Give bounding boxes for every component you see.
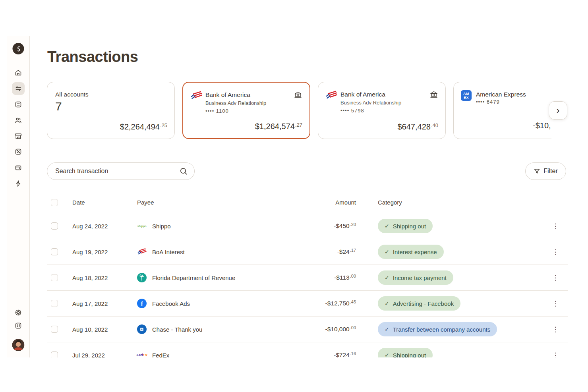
category-pill[interactable]: ✓Shipping out [378,348,433,357]
row-menu-button[interactable]: ⋮ [551,248,560,256]
row-menu-button[interactable]: ⋮ [551,299,560,308]
search-icon [180,167,188,176]
table-row: Aug 24, 2022 shippo Shippo -$450.20 ✓Shi… [47,213,568,239]
sidebar-divider [7,335,29,335]
column-header-amount: Amount [284,199,356,206]
sidebar-item-automations[interactable] [12,177,25,190]
american-express-logo: AMEX [461,90,472,101]
bank-of-america-logo [190,91,202,101]
category-pill[interactable]: ✓Transfer between company accounts [378,322,497,336]
sidebar-item-home[interactable] [12,66,25,79]
facebook-logo: f [137,299,147,308]
check-icon: ✓ [385,223,389,229]
account-card-all-accounts[interactable]: All accounts 7 $2,264,494.25 [47,82,175,139]
table-row: Aug 19, 2022 BoA Interest -$24.17 ✓Inter… [47,239,568,265]
account-card-boa-5798[interactable]: Bank of America Business Adv Relationshi… [318,82,446,139]
filter-button[interactable]: Filter [525,162,566,180]
card-balance: $2,264,494.25 [120,122,167,131]
shippo-logo: shippo [137,221,147,231]
table-row: Aug 10, 2022 Chase - Thank you -$10,000.… [47,317,568,342]
table-row: Aug 18, 2022 Florida Department of Reven… [47,265,568,291]
column-header-date: Date [72,199,85,206]
row-menu-button[interactable]: ⋮ [551,274,560,282]
account-mask: •••• 5798 [340,108,364,114]
row-checkbox[interactable] [51,274,58,281]
sidebar-item-preferences[interactable] [12,319,25,332]
row-checkbox[interactable] [51,248,58,255]
payee-name: Florida Department of Revenue [152,274,235,281]
app-window: Transactions All accounts 7 $2,264,494.2… [0,0,588,392]
account-card-amex-6479[interactable]: AMEX American Express •••• 6479 -$10, [453,82,551,139]
sidebar-item-invoices[interactable] [12,98,25,111]
user-avatar[interactable] [12,339,25,351]
category-label: Shipping out [393,352,426,358]
payee-name: FedEx [152,352,169,358]
account-card-boa-1100[interactable]: Bank of America Business Adv Relationshi… [182,82,310,139]
cards-next-button[interactable]: › [549,101,567,120]
florida-revenue-logo [137,273,147,282]
bolt-icon [14,180,22,187]
card-label: All accounts [55,91,89,98]
bank-name: Bank of America [340,91,385,98]
sidebar-item-percent[interactable] [12,145,25,158]
invoice-icon [14,100,22,108]
row-menu-button[interactable]: ⋮ [551,222,560,230]
check-icon: ✓ [385,352,389,357]
people-icon [14,116,22,124]
card-balance: $647,428.40 [398,122,439,131]
column-header-payee: Payee [137,199,154,206]
wallet-icon [14,164,22,172]
account-count: 7 [55,100,62,113]
card-balance: -$10, [533,121,551,130]
column-header-category: Category [378,199,402,206]
transaction-date: Aug 19, 2022 [72,249,108,255]
sidebar-item-transactions[interactable] [12,82,25,95]
sidebar-item-contacts[interactable] [12,114,25,127]
search-input[interactable] [55,163,174,180]
sliders-icon [14,322,22,330]
app-logo[interactable] [13,43,24,54]
transaction-date: Aug 24, 2022 [72,223,108,230]
category-label: Interest expense [393,249,437,255]
home-icon [14,69,22,77]
sidebar-item-wallet[interactable] [12,161,25,174]
category-pill[interactable]: ✓Income tax payment [378,270,453,285]
transaction-amount: -$12,750.45 [284,300,356,307]
account-subtitle: Business Adv Relationship [340,100,401,106]
row-checkbox[interactable] [51,300,58,307]
transaction-date: Aug 10, 2022 [72,326,108,333]
row-checkbox[interactable] [51,326,58,333]
row-checkbox[interactable] [51,351,58,357]
funnel-icon [534,168,540,175]
account-mask: •••• 6479 [476,99,500,105]
check-icon: ✓ [385,249,389,255]
table-row: Jul 29, 2022 FedEx FedEx -$724.16 ✓Shipp… [47,342,568,357]
row-menu-button[interactable]: ⋮ [551,351,560,358]
transaction-date: Aug 17, 2022 [72,300,108,307]
sidebar-item-merchants[interactable] [12,130,25,143]
bank-of-america-logo [325,90,337,100]
row-checkbox[interactable] [51,222,58,230]
account-cards-carousel: All accounts 7 $2,264,494.25 Bank of Ame… [47,82,551,140]
filter-label: Filter [544,168,558,175]
select-all-checkbox[interactable] [51,199,58,206]
category-pill[interactable]: ✓Shipping out [378,219,433,233]
transaction-date: Jul 29, 2022 [72,352,105,358]
check-icon: ✓ [385,300,389,307]
transaction-amount: -$113.00 [284,274,356,281]
transaction-date: Aug 18, 2022 [72,274,108,281]
search-box [47,162,195,180]
bank-name: American Express [476,91,526,98]
bank-of-america-logo [137,247,147,257]
row-menu-button[interactable]: ⋮ [551,325,560,334]
transaction-amount: -$450.20 [284,222,356,230]
sidebar-item-support[interactable] [12,306,25,319]
lifebuoy-icon [14,309,22,317]
check-icon: ✓ [385,274,389,281]
category-pill[interactable]: ✓Advertising - Facebook [378,296,460,311]
bank-building-icon [294,91,302,99]
category-label: Shipping out [393,223,426,230]
app-logo-icon [15,45,22,52]
storefront-icon [14,132,22,140]
category-pill[interactable]: ✓Interest expense [378,245,444,259]
